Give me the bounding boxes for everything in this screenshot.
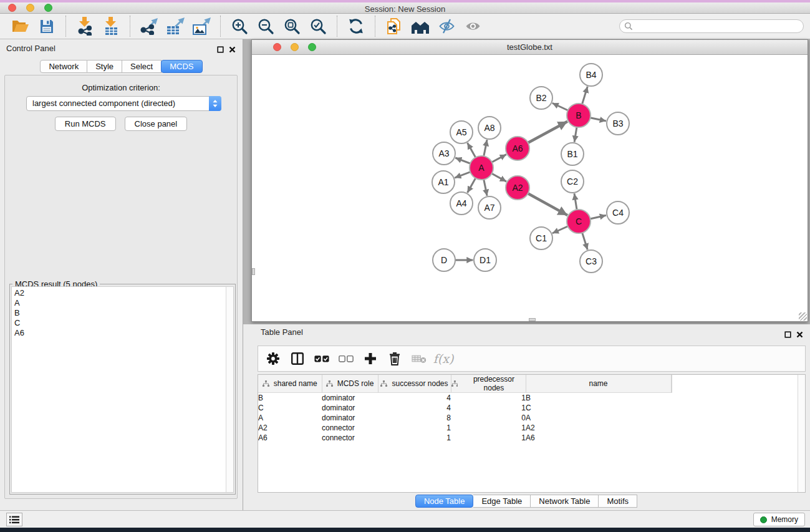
mcds-result-item[interactable]: C <box>14 318 233 328</box>
cell-successor-nodes[interactable]: 4 <box>378 403 451 413</box>
cell-mcds-role[interactable]: dominator <box>322 413 378 423</box>
cell-successor-nodes[interactable]: 1 <box>378 433 451 443</box>
search-input[interactable] <box>619 19 804 33</box>
control-tab-select[interactable]: Select <box>122 60 162 73</box>
graph-node-B[interactable]: B <box>567 104 591 127</box>
import-network-button[interactable] <box>72 15 98 37</box>
export-image-button[interactable] <box>188 15 215 37</box>
column-header-successor-nodes[interactable]: successor nodes <box>378 375 451 393</box>
network-window-titlebar[interactable]: testGlobe.txt <box>252 40 808 55</box>
table-tab-network-table[interactable]: Network Table <box>531 495 599 508</box>
create-column-button[interactable] <box>363 350 378 367</box>
cell-predecessor-nodes[interactable]: 1 <box>451 433 526 443</box>
mcds-result-item[interactable]: A2 <box>14 288 233 298</box>
close-panel-button-2[interactable]: Close panel <box>125 117 188 131</box>
table-tab-edge-table[interactable]: Edge Table <box>473 495 531 508</box>
function-builder-button-disabled[interactable]: f(x) <box>436 350 451 367</box>
table-scrollbar-track[interactable] <box>798 375 805 492</box>
cell-mcds-role[interactable]: dominator <box>322 403 378 413</box>
graph-node-C4[interactable]: C4 <box>607 201 629 224</box>
graph-node-A1[interactable]: A1 <box>432 171 455 193</box>
cell-successor-nodes[interactable]: 8 <box>378 413 451 423</box>
save-session-button[interactable] <box>34 15 60 37</box>
cell-name[interactable]: A6 <box>526 433 671 443</box>
graph-node-D1[interactable]: D1 <box>474 249 496 271</box>
cell-predecessor-nodes[interactable]: 1 <box>451 393 526 403</box>
cell-predecessor-nodes[interactable]: 1 <box>451 403 526 413</box>
cell-name[interactable]: A2 <box>526 423 671 433</box>
deselect-all-button[interactable] <box>339 350 354 367</box>
control-tab-network[interactable]: Network <box>40 60 87 73</box>
cell-successor-nodes[interactable]: 1 <box>378 423 451 433</box>
column-header-name[interactable]: name <box>526 375 671 393</box>
graph-node-B3[interactable]: B3 <box>607 112 629 135</box>
cell-shared-name[interactable]: B <box>258 393 322 403</box>
cell-shared-name[interactable]: A2 <box>258 423 322 433</box>
control-tab-mcds[interactable]: MCDS <box>161 60 202 73</box>
zoom-in-button[interactable] <box>226 15 253 37</box>
cell-shared-name[interactable]: A <box>258 413 322 423</box>
show-graphics-details-button[interactable] <box>460 15 486 37</box>
graph-node-B1[interactable]: B1 <box>561 143 584 165</box>
column-header-shared-name[interactable]: shared name <box>258 375 322 393</box>
optimization-criterion-select[interactable]: largest connected component (directed) <box>26 96 221 111</box>
export-table-button[interactable] <box>162 15 188 37</box>
export-network-button[interactable] <box>136 15 162 37</box>
float-table-panel-button[interactable] <box>784 329 791 341</box>
cell-shared-name[interactable]: A6 <box>258 433 322 443</box>
node-table[interactable]: shared nameMCDS rolesuccessor nodesprede… <box>258 374 806 493</box>
run-mcds-button[interactable]: Run MCDS <box>55 117 116 131</box>
cell-predecessor-nodes[interactable]: 0 <box>451 413 526 423</box>
cell-name[interactable]: C <box>526 403 671 413</box>
graph-node-A4[interactable]: A4 <box>450 192 473 215</box>
node-table-row[interactable]: Cdominator41C <box>258 403 672 413</box>
graph-node-D[interactable]: D <box>433 249 455 271</box>
table-tab-node-table[interactable]: Node Table <box>415 495 474 508</box>
graph-node-B4[interactable]: B4 <box>580 64 602 86</box>
float-panel-button[interactable] <box>217 44 224 56</box>
cell-name[interactable]: B <box>526 393 671 403</box>
graph-node-C2[interactable]: C2 <box>561 170 584 193</box>
table-tab-motifs[interactable]: Motifs <box>599 495 637 508</box>
delete-column-button[interactable] <box>387 350 402 367</box>
network-canvas[interactable]: AA1A2A3A4A5A6A7A8BB1B2B3B4CC1C2C3C4DD1 <box>252 55 808 321</box>
memory-button[interactable]: Memory <box>753 513 805 526</box>
close-panel-button[interactable] <box>229 44 236 56</box>
cell-mcds-role[interactable]: dominator <box>322 393 378 403</box>
column-header-mcds-role[interactable]: MCDS role <box>322 375 378 393</box>
hide-graphics-details-button[interactable] <box>433 15 460 37</box>
open-session-button[interactable] <box>7 15 34 37</box>
graph-node-C3[interactable]: C3 <box>580 250 602 273</box>
control-tab-style[interactable]: Style <box>87 60 122 73</box>
window-resize-grip-corner[interactable] <box>799 312 807 321</box>
graph-node-C1[interactable]: C1 <box>530 227 552 249</box>
node-table-row[interactable]: A6connector11A6 <box>258 433 672 443</box>
graph-node-A7[interactable]: A7 <box>478 196 501 219</box>
result-scrollbar-track[interactable] <box>226 287 233 492</box>
zoom-fit-button[interactable] <box>279 15 305 37</box>
cell-name[interactable]: A <box>526 413 671 423</box>
graph-node-A3[interactable]: A3 <box>433 142 455 165</box>
window-resize-grip-left[interactable] <box>252 268 255 275</box>
zoom-out-button[interactable] <box>253 15 279 37</box>
graph-node-A5[interactable]: A5 <box>450 121 473 143</box>
zoom-selected-button[interactable] <box>305 15 331 37</box>
cell-mcds-role[interactable]: connector <box>322 433 378 443</box>
node-table-row[interactable]: Bdominator41B <box>258 393 672 403</box>
network-graph[interactable]: AA1A2A3A4A5A6A7A8BB1B2B3B4CC1C2C3C4DD1 <box>252 55 808 321</box>
mcds-result-listbox[interactable]: A2ABCA6 <box>11 286 234 493</box>
graph-node-A2[interactable]: A2 <box>506 176 529 200</box>
mcds-result-item[interactable]: B <box>14 308 233 318</box>
graph-node-A6[interactable]: A6 <box>506 137 529 160</box>
refresh-button[interactable] <box>343 15 369 37</box>
close-table-panel-button[interactable] <box>796 329 803 341</box>
graph-node-B2[interactable]: B2 <box>530 87 552 109</box>
graph-node-C[interactable]: C <box>567 210 591 233</box>
mcds-result-item[interactable]: A6 <box>14 328 233 338</box>
table-settings-button[interactable] <box>266 350 281 367</box>
window-resize-grip-bottom[interactable] <box>529 318 536 321</box>
task-history-button[interactable] <box>6 513 22 526</box>
node-table-row[interactable]: Adominator80A <box>258 413 672 423</box>
select-all-button[interactable] <box>314 350 329 367</box>
node-table-row[interactable]: A2connector11A2 <box>258 423 672 433</box>
